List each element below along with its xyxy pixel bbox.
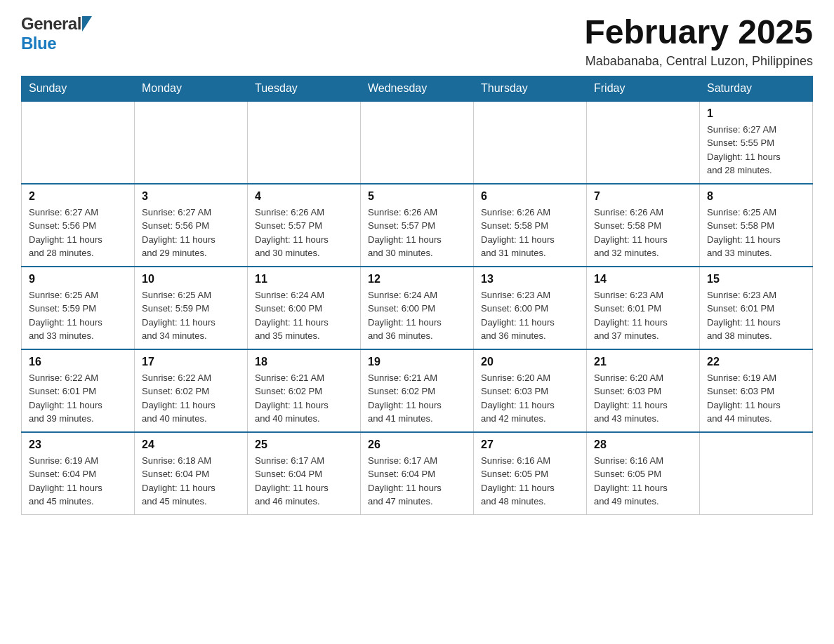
day-info: Sunrise: 6:21 AM Sunset: 6:02 PM Dayligh…: [368, 371, 466, 426]
day-info: Sunrise: 6:23 AM Sunset: 6:01 PM Dayligh…: [707, 288, 805, 343]
table-row: 23Sunrise: 6:19 AM Sunset: 6:04 PM Dayli…: [22, 432, 135, 515]
col-sunday: Sunday: [22, 76, 135, 101]
calendar-week-row: 1Sunrise: 6:27 AM Sunset: 5:55 PM Daylig…: [22, 101, 813, 184]
day-number: 25: [255, 438, 353, 451]
day-info: Sunrise: 6:24 AM Sunset: 6:00 PM Dayligh…: [368, 288, 466, 343]
table-row: 2Sunrise: 6:27 AM Sunset: 5:56 PM Daylig…: [22, 184, 135, 267]
day-info: Sunrise: 6:22 AM Sunset: 6:01 PM Dayligh…: [29, 371, 127, 426]
day-info: Sunrise: 6:27 AM Sunset: 5:56 PM Dayligh…: [142, 206, 240, 260]
day-info: Sunrise: 6:25 AM Sunset: 5:59 PM Dayligh…: [142, 288, 240, 343]
day-number: 3: [142, 190, 240, 203]
logo-blue: Blue: [21, 34, 56, 53]
day-info: Sunrise: 6:23 AM Sunset: 6:00 PM Dayligh…: [481, 288, 579, 343]
day-number: 14: [594, 273, 692, 286]
table-row: 15Sunrise: 6:23 AM Sunset: 6:01 PM Dayli…: [700, 267, 813, 349]
table-row: 24Sunrise: 6:18 AM Sunset: 6:04 PM Dayli…: [135, 432, 248, 515]
day-info: Sunrise: 6:26 AM Sunset: 5:57 PM Dayligh…: [255, 206, 353, 260]
table-row: 16Sunrise: 6:22 AM Sunset: 6:01 PM Dayli…: [22, 349, 135, 432]
day-number: 22: [707, 356, 805, 368]
day-number: 21: [594, 356, 692, 368]
day-number: 11: [255, 273, 353, 286]
day-info: Sunrise: 6:16 AM Sunset: 6:05 PM Dayligh…: [594, 454, 692, 509]
logo-general: General: [21, 14, 81, 34]
day-number: 4: [255, 190, 353, 203]
day-info: Sunrise: 6:23 AM Sunset: 6:01 PM Dayligh…: [594, 288, 692, 343]
day-info: Sunrise: 6:26 AM Sunset: 5:58 PM Dayligh…: [481, 206, 579, 260]
table-row: 10Sunrise: 6:25 AM Sunset: 5:59 PM Dayli…: [135, 267, 248, 349]
calendar-table: Sunday Monday Tuesday Wednesday Thursday…: [21, 76, 813, 515]
day-number: 12: [368, 273, 466, 286]
day-number: 18: [255, 356, 353, 368]
day-info: Sunrise: 6:27 AM Sunset: 5:56 PM Dayligh…: [29, 206, 127, 260]
table-row: 25Sunrise: 6:17 AM Sunset: 6:04 PM Dayli…: [248, 432, 361, 515]
day-info: Sunrise: 6:17 AM Sunset: 6:04 PM Dayligh…: [255, 454, 353, 509]
day-number: 24: [142, 438, 240, 451]
day-info: Sunrise: 6:27 AM Sunset: 5:55 PM Dayligh…: [707, 123, 805, 177]
table-row: 21Sunrise: 6:20 AM Sunset: 6:03 PM Dayli…: [587, 349, 700, 432]
table-row: 4Sunrise: 6:26 AM Sunset: 5:57 PM Daylig…: [248, 184, 361, 267]
day-info: Sunrise: 6:26 AM Sunset: 5:57 PM Dayligh…: [368, 206, 466, 260]
calendar-week-row: 2Sunrise: 6:27 AM Sunset: 5:56 PM Daylig…: [22, 184, 813, 267]
calendar-week-row: 16Sunrise: 6:22 AM Sunset: 6:01 PM Dayli…: [22, 349, 813, 432]
table-row: 12Sunrise: 6:24 AM Sunset: 6:00 PM Dayli…: [361, 267, 474, 349]
day-number: 13: [481, 273, 579, 286]
table-row: [248, 101, 361, 184]
day-number: 27: [481, 438, 579, 451]
day-info: Sunrise: 6:20 AM Sunset: 6:03 PM Dayligh…: [481, 371, 579, 426]
day-number: 7: [594, 190, 692, 203]
table-row: [22, 101, 135, 184]
logo-triangle-icon: [82, 16, 92, 32]
day-info: Sunrise: 6:22 AM Sunset: 6:02 PM Dayligh…: [142, 371, 240, 426]
month-title: February 2025: [584, 14, 813, 51]
table-row: [474, 101, 587, 184]
table-row: 20Sunrise: 6:20 AM Sunset: 6:03 PM Dayli…: [474, 349, 587, 432]
logo: General Blue: [21, 14, 92, 53]
table-row: 3Sunrise: 6:27 AM Sunset: 5:56 PM Daylig…: [135, 184, 248, 267]
table-row: 26Sunrise: 6:17 AM Sunset: 6:04 PM Dayli…: [361, 432, 474, 515]
table-row: [361, 101, 474, 184]
day-number: 28: [594, 438, 692, 451]
table-row: 8Sunrise: 6:25 AM Sunset: 5:58 PM Daylig…: [700, 184, 813, 267]
table-row: 17Sunrise: 6:22 AM Sunset: 6:02 PM Dayli…: [135, 349, 248, 432]
day-number: 17: [142, 356, 240, 368]
col-friday: Friday: [587, 76, 700, 101]
col-saturday: Saturday: [700, 76, 813, 101]
day-number: 15: [707, 273, 805, 286]
day-number: 1: [707, 107, 805, 120]
day-info: Sunrise: 6:16 AM Sunset: 6:05 PM Dayligh…: [481, 454, 579, 509]
table-row: 22Sunrise: 6:19 AM Sunset: 6:03 PM Dayli…: [700, 349, 813, 432]
calendar-week-row: 23Sunrise: 6:19 AM Sunset: 6:04 PM Dayli…: [22, 432, 813, 515]
day-number: 2: [29, 190, 127, 203]
table-row: [700, 432, 813, 515]
table-row: 18Sunrise: 6:21 AM Sunset: 6:02 PM Dayli…: [248, 349, 361, 432]
day-info: Sunrise: 6:18 AM Sunset: 6:04 PM Dayligh…: [142, 454, 240, 509]
col-wednesday: Wednesday: [361, 76, 474, 101]
table-row: 19Sunrise: 6:21 AM Sunset: 6:02 PM Dayli…: [361, 349, 474, 432]
day-info: Sunrise: 6:24 AM Sunset: 6:00 PM Dayligh…: [255, 288, 353, 343]
day-info: Sunrise: 6:19 AM Sunset: 6:04 PM Dayligh…: [29, 454, 127, 509]
day-number: 19: [368, 356, 466, 368]
day-info: Sunrise: 6:17 AM Sunset: 6:04 PM Dayligh…: [368, 454, 466, 509]
col-monday: Monday: [135, 76, 248, 101]
day-number: 6: [481, 190, 579, 203]
table-row: [587, 101, 700, 184]
calendar-header-row: Sunday Monday Tuesday Wednesday Thursday…: [22, 76, 813, 101]
day-number: 10: [142, 273, 240, 286]
day-info: Sunrise: 6:25 AM Sunset: 5:59 PM Dayligh…: [29, 288, 127, 343]
location: Mababanaba, Central Luzon, Philippines: [584, 54, 813, 69]
table-row: 11Sunrise: 6:24 AM Sunset: 6:00 PM Dayli…: [248, 267, 361, 349]
table-row: 13Sunrise: 6:23 AM Sunset: 6:00 PM Dayli…: [474, 267, 587, 349]
day-number: 16: [29, 356, 127, 368]
title-section: February 2025 Mababanaba, Central Luzon,…: [584, 14, 813, 69]
day-number: 5: [368, 190, 466, 203]
table-row: 9Sunrise: 6:25 AM Sunset: 5:59 PM Daylig…: [22, 267, 135, 349]
day-info: Sunrise: 6:26 AM Sunset: 5:58 PM Dayligh…: [594, 206, 692, 260]
col-thursday: Thursday: [474, 76, 587, 101]
table-row: [135, 101, 248, 184]
table-row: 6Sunrise: 6:26 AM Sunset: 5:58 PM Daylig…: [474, 184, 587, 267]
day-number: 23: [29, 438, 127, 451]
day-info: Sunrise: 6:21 AM Sunset: 6:02 PM Dayligh…: [255, 371, 353, 426]
day-number: 9: [29, 273, 127, 286]
col-tuesday: Tuesday: [248, 76, 361, 101]
day-info: Sunrise: 6:20 AM Sunset: 6:03 PM Dayligh…: [594, 371, 692, 426]
